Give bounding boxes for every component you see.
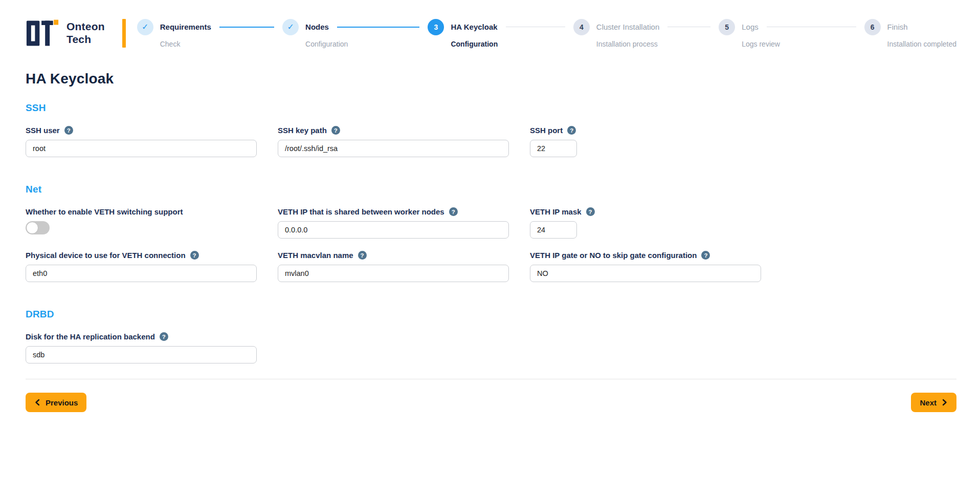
veth-ip-mask-label: VETH IP mask bbox=[530, 207, 582, 216]
veth-macvlan-label: VETH macvlan name bbox=[278, 251, 353, 260]
step-connector bbox=[337, 27, 420, 28]
wizard-stepper: ✓ Requirements Check ✓ Nodes Configurati… bbox=[137, 19, 956, 48]
brand-logo: Onteon Tech bbox=[26, 18, 105, 48]
ssh-port-input[interactable] bbox=[530, 140, 577, 157]
help-icon[interactable]: ? bbox=[358, 251, 367, 260]
help-icon[interactable]: ? bbox=[64, 126, 73, 135]
field-label: SSH port ? bbox=[530, 126, 761, 135]
ssh-fields-grid: SSH user ? SSH key path ? SSH port ? bbox=[26, 114, 956, 157]
field-veth-ip-mask: VETH IP mask ? bbox=[530, 207, 761, 239]
section-title-drbd: DRBD bbox=[26, 309, 956, 320]
field-label: VETH macvlan name ? bbox=[278, 251, 509, 260]
next-button[interactable]: Next bbox=[911, 393, 956, 412]
ssh-user-input[interactable] bbox=[26, 140, 257, 157]
field-label: SSH user ? bbox=[26, 126, 257, 135]
onteon-logo-icon bbox=[26, 18, 59, 48]
net-fields-grid: Whether to enable VETH switching support… bbox=[26, 195, 956, 282]
brand-name-line1: Onteon bbox=[66, 20, 105, 33]
section-title-net: Net bbox=[26, 184, 956, 195]
step-number: 3 bbox=[428, 19, 444, 35]
field-veth-device: Physical device to use for VETH connecti… bbox=[26, 251, 257, 282]
drbd-disk-label: Disk for the HA replication backend bbox=[26, 332, 155, 341]
step-sublabel: Configuration bbox=[305, 40, 428, 48]
veth-ip-label: VETH IP that is shared between worker no… bbox=[278, 207, 444, 216]
step-label: Finish bbox=[887, 23, 908, 31]
header: Onteon Tech ✓ Requirements Check ✓ Nodes… bbox=[26, 18, 956, 48]
field-ssh-user: SSH user ? bbox=[26, 126, 257, 157]
brand-name: Onteon Tech bbox=[66, 20, 105, 46]
step-number: 6 bbox=[864, 19, 881, 35]
veth-ip-mask-input[interactable] bbox=[530, 221, 577, 239]
step-ha-keycloak: 3 HA Keycloak Configuration bbox=[428, 19, 573, 48]
step-sublabel: Check bbox=[160, 40, 282, 48]
step-sublabel: Configuration bbox=[451, 40, 573, 48]
veth-device-label: Physical device to use for VETH connecti… bbox=[26, 251, 186, 260]
next-button-label: Next bbox=[920, 398, 937, 407]
veth-switching-label: Whether to enable VETH switching support bbox=[26, 207, 183, 216]
previous-button[interactable]: Previous bbox=[26, 393, 86, 412]
help-icon[interactable]: ? bbox=[160, 332, 168, 341]
field-label: Physical device to use for VETH connecti… bbox=[26, 251, 257, 260]
veth-switching-toggle[interactable] bbox=[26, 221, 50, 234]
field-drbd-disk: Disk for the HA replication backend ? bbox=[26, 332, 257, 363]
help-icon[interactable]: ? bbox=[190, 251, 199, 260]
step-connector bbox=[667, 27, 710, 27]
help-icon[interactable]: ? bbox=[701, 251, 710, 260]
main-content: HA Keycloak SSH SSH user ? SSH key path … bbox=[0, 71, 980, 412]
step-logs: 5 Logs Logs review bbox=[719, 19, 864, 48]
veth-ip-input[interactable] bbox=[278, 221, 509, 239]
step-nodes[interactable]: ✓ Nodes Configuration bbox=[282, 19, 428, 48]
chevron-right-icon bbox=[941, 399, 948, 406]
field-label: Disk for the HA replication backend ? bbox=[26, 332, 257, 341]
drbd-disk-input[interactable] bbox=[26, 346, 257, 363]
field-label: SSH key path ? bbox=[278, 126, 509, 135]
ssh-user-label: SSH user bbox=[26, 126, 60, 135]
step-label: Requirements bbox=[160, 23, 211, 31]
brand-name-line2: Tech bbox=[66, 33, 105, 46]
field-veth-macvlan: VETH macvlan name ? bbox=[278, 251, 509, 282]
drbd-fields-grid: Disk for the HA replication backend ? bbox=[26, 320, 956, 363]
field-veth-ip: VETH IP that is shared between worker no… bbox=[278, 207, 509, 239]
step-sublabel: Installation completed bbox=[887, 40, 956, 48]
toggle-knob bbox=[26, 222, 38, 234]
step-label: Logs bbox=[742, 23, 759, 31]
chevron-left-icon bbox=[34, 399, 41, 406]
step-connector bbox=[506, 27, 565, 27]
step-label: Cluster Installation bbox=[596, 23, 659, 31]
field-label: VETH IP that is shared between worker no… bbox=[278, 207, 509, 216]
step-check-icon[interactable]: ✓ bbox=[137, 19, 153, 35]
field-ssh-port: SSH port ? bbox=[530, 126, 761, 157]
veth-macvlan-input[interactable] bbox=[278, 265, 509, 282]
step-sublabel: Installation process bbox=[596, 40, 719, 48]
veth-device-input[interactable] bbox=[26, 265, 257, 282]
page-title: HA Keycloak bbox=[26, 71, 956, 87]
step-label: Nodes bbox=[305, 23, 329, 31]
section-title-ssh: SSH bbox=[26, 102, 956, 114]
footer-actions: Previous Next bbox=[26, 393, 956, 412]
ssh-key-path-label: SSH key path bbox=[278, 126, 327, 135]
veth-gate-label: VETH IP gate or NO to skip gate configur… bbox=[530, 251, 697, 260]
field-label: VETH IP mask ? bbox=[530, 207, 761, 216]
ssh-port-label: SSH port bbox=[530, 126, 563, 135]
field-veth-switching: Whether to enable VETH switching support bbox=[26, 207, 257, 239]
help-icon[interactable]: ? bbox=[586, 207, 595, 216]
help-icon[interactable]: ? bbox=[449, 207, 458, 216]
step-number: 4 bbox=[573, 19, 590, 35]
step-check-icon[interactable]: ✓ bbox=[282, 19, 299, 35]
footer-divider bbox=[26, 379, 956, 379]
ssh-key-path-input[interactable] bbox=[278, 140, 509, 157]
help-icon[interactable]: ? bbox=[331, 126, 340, 135]
step-connector bbox=[767, 27, 856, 27]
field-ssh-key-path: SSH key path ? bbox=[278, 126, 509, 157]
field-label: VETH IP gate or NO to skip gate configur… bbox=[530, 251, 761, 260]
help-icon[interactable]: ? bbox=[567, 126, 576, 135]
step-requirements[interactable]: ✓ Requirements Check bbox=[137, 19, 282, 48]
step-finish: 6 Finish Installation completed bbox=[864, 19, 956, 48]
veth-gate-input[interactable] bbox=[530, 265, 761, 282]
step-cluster-installation: 4 Cluster Installation Installation proc… bbox=[573, 19, 719, 48]
field-label: Whether to enable VETH switching support bbox=[26, 207, 257, 216]
previous-button-label: Previous bbox=[46, 398, 78, 407]
step-number: 5 bbox=[719, 19, 735, 35]
step-connector bbox=[219, 27, 274, 28]
field-veth-gate: VETH IP gate or NO to skip gate configur… bbox=[530, 251, 761, 282]
